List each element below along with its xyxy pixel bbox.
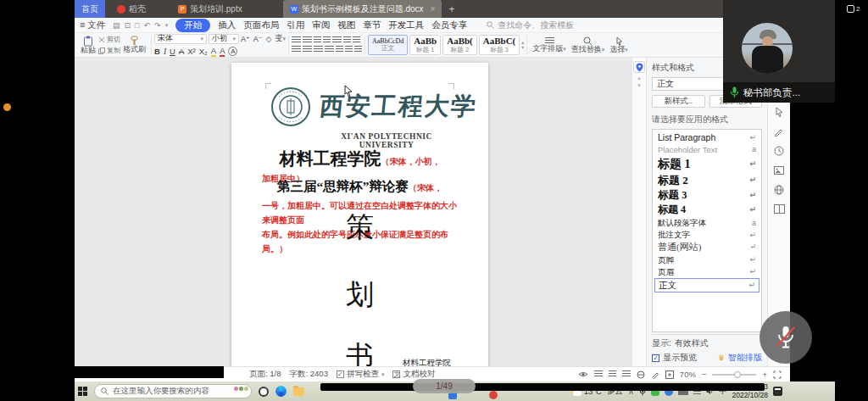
fullscreen-icon[interactable]	[773, 370, 782, 379]
style-item[interactable]: 标题 2↵	[653, 173, 761, 188]
scroll-up-icon[interactable]: ▲	[637, 75, 642, 81]
grow-font-button[interactable]: A⁺	[241, 35, 250, 43]
underline-button[interactable]: U	[170, 47, 175, 56]
document-page[interactable]: 西安工程大学 XI'AN POLYTECHNIC UNIVERSITY 材料工程…	[231, 63, 488, 366]
windows-start-button[interactable]	[78, 387, 87, 396]
align-justify-icon[interactable]	[325, 46, 334, 53]
borders-icon[interactable]	[354, 46, 362, 53]
fit-page-icon[interactable]	[665, 370, 674, 379]
zoom-slider[interactable]	[712, 374, 756, 376]
style-card-normal[interactable]: AaBbCcDd 正文	[368, 35, 408, 55]
enclose-character-button[interactable]: A	[228, 47, 237, 56]
menu-tab-page-layout[interactable]: 页面布局	[243, 19, 279, 31]
subscript-button[interactable]: X₂	[199, 47, 208, 56]
format-painter-button[interactable]: 格式刷	[120, 34, 148, 56]
tab-home[interactable]: 首页	[75, 0, 105, 18]
menu-tab-start[interactable]: 开始	[175, 19, 210, 32]
text-layout-button[interactable]: 文字排版▾	[530, 34, 569, 56]
strikethrough-button[interactable]: A	[179, 47, 184, 56]
redo-icon[interactable]: ↷	[154, 21, 161, 30]
style-item-selected[interactable]: 正文↵	[654, 278, 760, 292]
style-item[interactable]: List Paragraph↵	[653, 131, 761, 144]
word-count-indicator[interactable]: 字数: 2403	[290, 369, 328, 380]
text-direction-icon[interactable]	[332, 36, 342, 44]
participant-video-tile[interactable]: 秘书部负责...	[723, 0, 835, 103]
undo-icon[interactable]: ↶	[144, 21, 151, 30]
align-center-icon[interactable]	[303, 46, 312, 53]
clear-format-icon[interactable]: ◇	[266, 35, 272, 43]
save-icon[interactable]: ▤	[113, 21, 120, 30]
file-explorer-icon[interactable]	[293, 387, 304, 396]
checkbox-checked-icon[interactable]: ✓	[652, 354, 659, 362]
smart-typeset-link[interactable]: 智能排版	[728, 352, 762, 364]
cut-button[interactable]: 剪切	[98, 35, 120, 44]
style-item[interactable]: 标题 1↵	[653, 156, 761, 173]
book-split-icon[interactable]	[774, 204, 785, 214]
style-item[interactable]: 普通(网站)↵	[653, 241, 761, 254]
spell-check-toggle[interactable]: ✓ 拼写检查 ▾	[337, 369, 385, 380]
increase-indent-icon[interactable]	[323, 36, 331, 44]
style-item[interactable]: 标题 4↵	[653, 203, 761, 217]
tab-docx-document-active[interactable]: W 策划书示例模板及注意问题.docx ×	[283, 0, 442, 18]
decrease-indent-icon[interactable]	[314, 36, 321, 44]
eye-protection-icon[interactable]	[578, 370, 588, 378]
print-icon[interactable]: ⊡	[125, 21, 131, 30]
find-replace-button[interactable]: 查找替换▾	[569, 34, 608, 56]
style-item[interactable]: 默认段落字体a	[653, 217, 761, 229]
history-clock-icon[interactable]	[774, 146, 784, 156]
quick-access-dropdown-icon[interactable]: ▾	[165, 22, 169, 29]
action-center-icon[interactable]	[773, 387, 782, 396]
web-layout-icon[interactable]	[622, 370, 631, 378]
menu-tab-section[interactable]: 章节	[363, 19, 381, 31]
new-style-button[interactable]: 新样式..	[652, 95, 705, 108]
style-item[interactable]: 标题 3↵	[653, 188, 761, 203]
pin-panel-button[interactable]	[633, 61, 645, 73]
globe-view-icon[interactable]	[637, 370, 645, 379]
highlight-color-button[interactable]: A	[211, 46, 216, 57]
bullet-list-icon[interactable]	[292, 36, 301, 44]
style-item[interactable]: 批注文字↵	[653, 229, 761, 241]
menu-tab-member[interactable]: 会员专享	[431, 19, 467, 31]
style-item[interactable]: Placeholder Texta	[653, 144, 761, 156]
cortana-icon[interactable]	[259, 387, 269, 397]
taskbar-app-icon-red[interactable]	[489, 391, 498, 399]
menu-tab-view[interactable]: 视图	[337, 19, 355, 31]
align-left-icon[interactable]	[292, 46, 301, 53]
zoom-slider-knob[interactable]	[734, 371, 741, 378]
superscript-button[interactable]: X²	[187, 47, 196, 56]
paste-button[interactable]: 粘贴	[78, 34, 98, 56]
new-tab-button[interactable]: +	[442, 0, 461, 18]
text-effects-button[interactable]: 变▾	[275, 33, 286, 44]
edge-browser-icon[interactable]	[275, 386, 287, 397]
bold-button[interactable]: B	[154, 47, 160, 56]
gallery-down-icon[interactable]: ▾	[521, 45, 524, 50]
font-name-combo[interactable]: 宋体▾	[154, 34, 207, 44]
menu-tab-references[interactable]: 引用	[287, 19, 304, 31]
italic-button[interactable]: I	[164, 47, 166, 56]
mute-microphone-button[interactable]	[760, 311, 812, 364]
select-cursor-icon[interactable]	[775, 107, 784, 117]
select-button[interactable]: 选择▾	[607, 34, 631, 56]
show-marks-icon[interactable]	[353, 36, 360, 44]
export-icon[interactable]: □	[135, 21, 139, 30]
number-list-icon[interactable]	[303, 36, 312, 44]
style-item[interactable]: 页眉↵	[653, 266, 761, 278]
ink-pen-icon[interactable]	[651, 370, 659, 379]
zoom-out-button[interactable]: −	[702, 370, 707, 379]
font-size-combo[interactable]: 小初▾	[209, 34, 239, 44]
align-right-icon[interactable]	[314, 46, 323, 53]
tab-docer[interactable]: 稻壳	[110, 0, 153, 18]
style-item[interactable]: 页脚↵	[653, 254, 761, 266]
tab-pptx-document[interactable]: P 策划培训.pptx	[171, 0, 249, 18]
copy-button[interactable]: 复制	[98, 46, 120, 55]
pen-tool-icon[interactable]	[774, 126, 784, 136]
scroll-down-icon[interactable]: ▼	[637, 83, 642, 88]
menu-tab-review[interactable]: 审阅	[312, 19, 330, 31]
style-card-heading1[interactable]: AaBb 标题 1	[409, 35, 441, 55]
menu-tab-insert[interactable]: 插入	[218, 19, 236, 31]
shading-icon[interactable]	[345, 46, 353, 53]
style-card-heading2[interactable]: AaBb( 标题 2	[442, 35, 477, 55]
globe-tool-icon[interactable]	[774, 185, 784, 195]
menu-file[interactable]: ≡ 文件	[80, 19, 105, 31]
page-view-icon[interactable]	[594, 370, 603, 378]
